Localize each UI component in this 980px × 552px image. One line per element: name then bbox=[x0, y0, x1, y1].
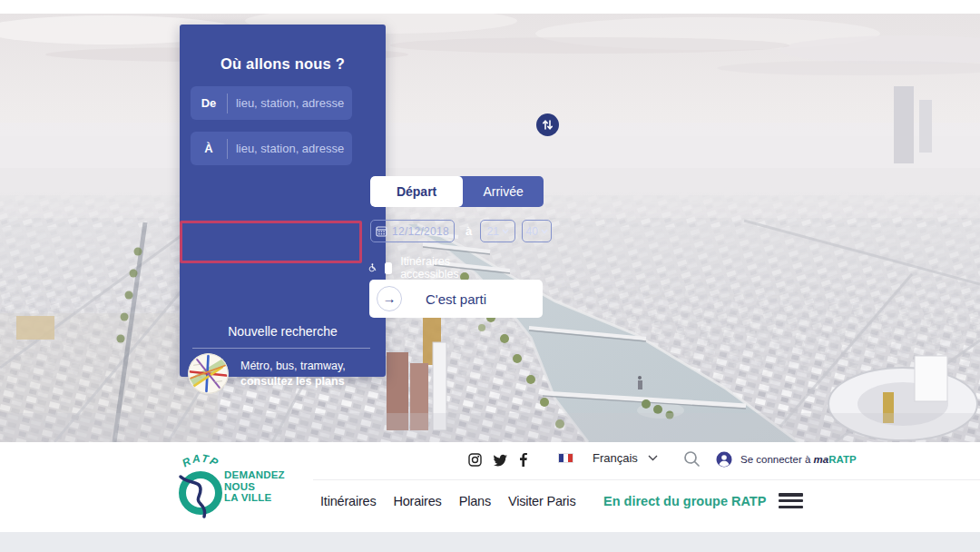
ratp-logo-mark: RATP bbox=[173, 449, 228, 522]
plans-line1: Métro, bus, tramway, bbox=[240, 360, 346, 372]
language-selector[interactable]: Français bbox=[558, 451, 658, 465]
tagline-line: LA VILLE bbox=[224, 492, 285, 504]
new-search-link[interactable]: Nouvelle recherche bbox=[180, 324, 386, 339]
minute-value: 40 bbox=[526, 225, 538, 238]
time-preposition: à bbox=[466, 224, 472, 238]
calendar-icon bbox=[376, 225, 387, 237]
chevron-down-icon bbox=[502, 229, 509, 234]
accessible-routes-checkbox[interactable] bbox=[385, 262, 392, 274]
facebook-icon[interactable] bbox=[520, 453, 527, 467]
to-input[interactable]: À lieu, station, adresse bbox=[191, 132, 352, 165]
date-value: 12/12/2018 bbox=[392, 225, 449, 238]
panel-divider bbox=[192, 348, 370, 349]
nav-itineraires[interactable]: Itinéraires bbox=[320, 494, 376, 508]
tagline-line: NOUS bbox=[224, 481, 285, 493]
metro-map-thumbnail bbox=[188, 353, 229, 394]
chevron-down-icon bbox=[648, 455, 658, 461]
login-ma: ma bbox=[814, 454, 829, 465]
search-icon[interactable] bbox=[683, 450, 701, 468]
page-bottom-strip bbox=[0, 532, 980, 552]
login-brand: RATP bbox=[828, 454, 856, 465]
french-flag-icon bbox=[558, 453, 573, 463]
departure-arrival-tabs: Départ Arrivée bbox=[370, 176, 544, 207]
social-links bbox=[468, 453, 527, 467]
swap-vertical-icon bbox=[542, 119, 554, 131]
wheelchair-icon bbox=[368, 261, 377, 275]
user-avatar-icon[interactable] bbox=[716, 451, 732, 468]
nav-plans[interactable]: Plans bbox=[459, 494, 491, 508]
twitter-icon[interactable] bbox=[494, 454, 508, 467]
chevron-down-icon bbox=[541, 229, 548, 234]
swap-directions-button[interactable] bbox=[536, 113, 559, 136]
datetime-row: 12/12/2018 à 21 40 bbox=[370, 220, 552, 242]
from-label: De bbox=[191, 96, 227, 110]
plans-line2: consultez les plans bbox=[240, 375, 345, 388]
main-nav: Itinéraires Horaires Plans Visiter Paris bbox=[320, 494, 575, 508]
plans-text: Métro, bus, tramway, consultez les plans bbox=[240, 359, 346, 389]
header-divider bbox=[313, 479, 980, 480]
tab-arrival[interactable]: Arrivée bbox=[463, 176, 544, 207]
login-link[interactable]: Se connecter à maRATP bbox=[740, 454, 857, 465]
accessibility-highlight-box bbox=[180, 221, 362, 263]
network-maps-link[interactable]: Métro, bus, tramway, consultez les plans bbox=[188, 353, 374, 394]
account-area: Se connecter à maRATP bbox=[683, 450, 857, 468]
to-label: À bbox=[191, 142, 227, 155]
language-label: Français bbox=[593, 451, 638, 465]
svg-text:RATP: RATP bbox=[180, 452, 220, 470]
site-header: RATP DEMANDEZ NOUS LA VILLE bbox=[0, 442, 980, 532]
ratp-logo[interactable]: RATP DEMANDEZ NOUS LA VILLE bbox=[173, 449, 291, 524]
tagline-line: DEMANDEZ bbox=[224, 469, 285, 481]
journey-search-panel: Où allons nous ? De lieu, station, adres… bbox=[180, 25, 386, 377]
accessibility-row: Itinéraires accessibles bbox=[368, 255, 469, 281]
nav-horaires[interactable]: Horaires bbox=[393, 494, 441, 508]
ratp-homepage: Où allons nous ? De lieu, station, adres… bbox=[0, 0, 980, 552]
date-picker[interactable]: 12/12/2018 bbox=[370, 220, 455, 242]
from-input[interactable]: De lieu, station, adresse bbox=[191, 86, 352, 120]
submit-journey-button[interactable]: → C'est parti bbox=[369, 280, 543, 318]
group-live-link[interactable]: En direct du groupe RATP bbox=[603, 494, 766, 508]
metro-map-icon bbox=[188, 353, 229, 394]
from-placeholder: lieu, station, adresse bbox=[228, 96, 352, 110]
hour-select[interactable]: 21 bbox=[480, 220, 515, 242]
nav-visiter-paris[interactable]: Visiter Paris bbox=[508, 494, 576, 508]
tab-departure[interactable]: Départ bbox=[370, 176, 463, 207]
arrow-right-icon: → bbox=[377, 286, 402, 311]
to-placeholder: lieu, station, adresse bbox=[228, 142, 352, 155]
accessible-routes-label: Itinéraires accessibles bbox=[400, 255, 468, 281]
minute-select[interactable]: 40 bbox=[522, 220, 552, 242]
menu-icon[interactable] bbox=[779, 493, 803, 508]
instagram-icon[interactable] bbox=[468, 453, 482, 467]
ratp-tagline: DEMANDEZ NOUS LA VILLE bbox=[224, 469, 285, 504]
panel-title: Où allons nous ? bbox=[180, 55, 386, 73]
login-prefix: Se connecter à bbox=[740, 454, 814, 465]
hour-value: 21 bbox=[487, 225, 499, 238]
